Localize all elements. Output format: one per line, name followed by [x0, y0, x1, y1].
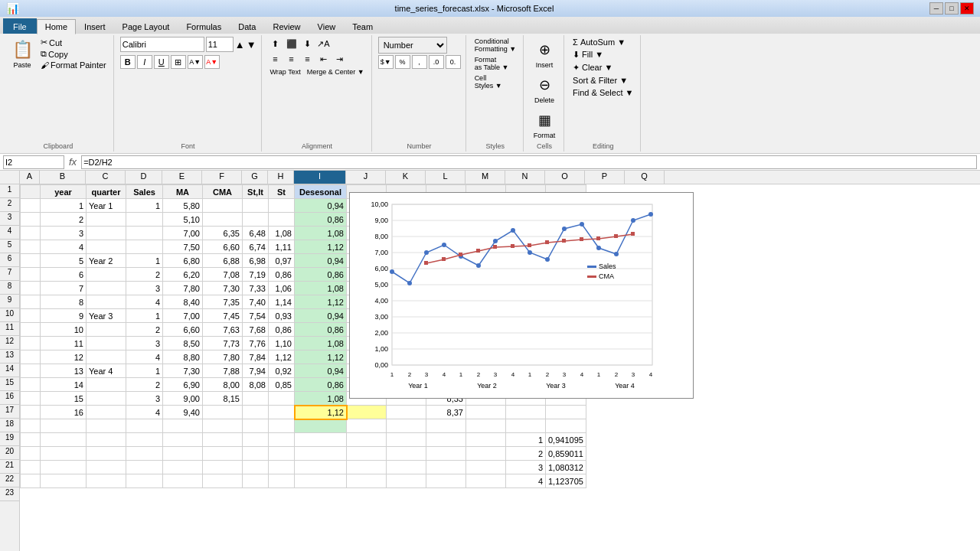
- format-button[interactable]: ▦ Format: [530, 107, 559, 141]
- cell-N19[interactable]: 1: [506, 433, 546, 447]
- cell-L22[interactable]: [426, 474, 466, 488]
- cell-D1[interactable]: Sales: [126, 185, 163, 199]
- cell-A12[interactable]: [21, 337, 41, 350]
- cell-E6[interactable]: 6,80: [163, 254, 203, 268]
- cell-H4[interactable]: 1,08: [269, 227, 295, 240]
- cell-A17[interactable]: [21, 406, 41, 419]
- cell-E20[interactable]: [163, 447, 203, 461]
- delete-button[interactable]: ⊖ Delete: [530, 72, 559, 106]
- cell-A20[interactable]: [21, 447, 41, 461]
- cell-F11[interactable]: 7,63: [203, 323, 243, 337]
- border-button[interactable]: ⊞: [171, 55, 186, 69]
- format-painter-button[interactable]: 🖌 Format Painter: [38, 60, 109, 70]
- cell-E7[interactable]: 6,20: [163, 268, 203, 282]
- cell-E5[interactable]: 7,50: [163, 240, 203, 254]
- align-center-button[interactable]: ≡: [284, 52, 299, 66]
- cell-H12[interactable]: 1,10: [269, 337, 295, 350]
- cell-D20[interactable]: [126, 447, 163, 461]
- cell-D7[interactable]: 2: [126, 268, 163, 282]
- cell-D14[interactable]: 1: [126, 364, 163, 378]
- increase-decimal-button[interactable]: .0: [429, 55, 444, 69]
- cell-F14[interactable]: 7,88: [203, 364, 243, 378]
- fill-color-button[interactable]: A▼: [188, 55, 203, 69]
- cell-D6[interactable]: 1: [126, 254, 163, 268]
- cell-G12[interactable]: 7,76: [243, 337, 269, 350]
- cell-D2[interactable]: 1: [126, 199, 163, 213]
- col-header-H[interactable]: H: [268, 171, 294, 184]
- cell-A9[interactable]: [21, 295, 41, 309]
- cell-A19[interactable]: [21, 433, 41, 447]
- cell-M22[interactable]: [466, 474, 506, 488]
- comma-button[interactable]: ,: [412, 55, 427, 69]
- cell-B17[interactable]: 16: [41, 406, 87, 419]
- cell-A3[interactable]: [21, 213, 41, 227]
- window-controls[interactable]: ─ □ ✕: [929, 2, 974, 15]
- cell-L20[interactable]: [426, 447, 466, 461]
- tab-formulas[interactable]: Formulas: [178, 18, 230, 34]
- accounting-button[interactable]: $▼: [378, 55, 394, 69]
- cell-J21[interactable]: [347, 461, 387, 474]
- cell-A4[interactable]: [21, 227, 41, 240]
- col-header-D[interactable]: D: [126, 171, 162, 184]
- cell-B5[interactable]: 4: [41, 240, 87, 254]
- cell-N21[interactable]: 3: [506, 461, 546, 474]
- cell-C9[interactable]: [87, 295, 126, 309]
- cell-M17[interactable]: [466, 406, 506, 419]
- cell-G19[interactable]: [243, 433, 269, 447]
- align-bottom-button[interactable]: ⬇: [300, 37, 315, 51]
- cell-I10[interactable]: 0,94: [295, 309, 347, 323]
- cell-E17[interactable]: 9,40: [163, 406, 203, 419]
- cell-E10[interactable]: 7,00: [163, 309, 203, 323]
- cell-D9[interactable]: 4: [126, 295, 163, 309]
- cell-D5[interactable]: [126, 240, 163, 254]
- cell-L21[interactable]: [426, 461, 466, 474]
- cell-D16[interactable]: 3: [126, 392, 163, 406]
- cell-A5[interactable]: [21, 240, 41, 254]
- cell-B12[interactable]: 11: [41, 337, 87, 350]
- cell-M18[interactable]: [466, 419, 506, 433]
- cell-L17[interactable]: 8,37: [426, 406, 466, 419]
- cell-G20[interactable]: [243, 447, 269, 461]
- cell-A6[interactable]: [21, 254, 41, 268]
- format-as-table-button[interactable]: Formatas Table ▼: [472, 55, 511, 72]
- col-header-O[interactable]: O: [545, 171, 585, 184]
- cell-G9[interactable]: 7,40: [243, 295, 269, 309]
- tab-home[interactable]: Home: [37, 19, 76, 34]
- paste-button[interactable]: 📋 Paste: [8, 37, 37, 70]
- cell-A10[interactable]: [21, 309, 41, 323]
- conditional-formatting-button[interactable]: ConditionalFormatting ▼: [472, 37, 518, 54]
- align-top-button[interactable]: ⬆: [268, 37, 283, 51]
- col-header-L[interactable]: L: [426, 171, 466, 184]
- cell-H13[interactable]: 1,12: [269, 350, 295, 364]
- cell-E12[interactable]: 8,50: [163, 337, 203, 350]
- cell-O17[interactable]: [546, 406, 586, 419]
- cell-I2[interactable]: 0,94: [295, 199, 347, 213]
- cell-C1[interactable]: quarter: [87, 185, 126, 199]
- cell-N22[interactable]: 4: [506, 474, 546, 488]
- cell-F22[interactable]: [203, 474, 243, 488]
- indent-decrease-button[interactable]: ⇤: [316, 52, 332, 66]
- cell-E22[interactable]: [163, 474, 203, 488]
- cell-D15[interactable]: 2: [126, 378, 163, 392]
- cell-E2[interactable]: 5,80: [163, 199, 203, 213]
- cell-B21[interactable]: [41, 461, 87, 474]
- cell-H19[interactable]: [269, 433, 295, 447]
- cell-C16[interactable]: [87, 392, 126, 406]
- cell-H22[interactable]: [269, 474, 295, 488]
- col-header-G[interactable]: G: [242, 171, 268, 184]
- cell-H17[interactable]: [269, 406, 295, 419]
- underline-button[interactable]: U: [154, 55, 169, 69]
- cell-I18[interactable]: [295, 419, 347, 433]
- cell-E14[interactable]: 7,30: [163, 364, 203, 378]
- cell-E4[interactable]: 7,00: [163, 227, 203, 240]
- cell-A21[interactable]: [21, 461, 41, 474]
- cell-I17[interactable]: 1,12: [295, 406, 347, 419]
- cell-D12[interactable]: 3: [126, 337, 163, 350]
- cell-B8[interactable]: 7: [41, 282, 87, 295]
- cell-G17[interactable]: [243, 406, 269, 419]
- col-header-B[interactable]: B: [40, 171, 86, 184]
- cell-B19[interactable]: [41, 433, 87, 447]
- cell-C7[interactable]: [87, 268, 126, 282]
- sort-filter-button[interactable]: Sort & Filter ▼: [570, 75, 630, 86]
- cell-H21[interactable]: [269, 461, 295, 474]
